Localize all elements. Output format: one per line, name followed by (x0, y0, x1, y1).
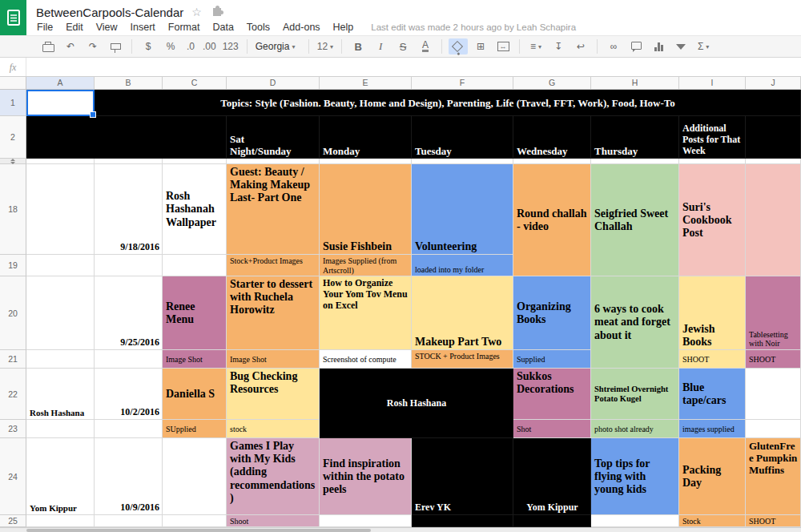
cell-E2[interactable]: Monday (320, 116, 412, 159)
sheets-logo[interactable] (0, 0, 26, 35)
cell-E18[interactable]: Susie Fishbein (320, 164, 412, 255)
insert-chart-button[interactable] (649, 38, 668, 54)
cell-I2[interactable]: Additional Posts for That Week (679, 116, 746, 159)
row-header-18[interactable]: 18 (0, 164, 26, 255)
text-color-button[interactable]: A (416, 38, 435, 54)
cell-E20[interactable]: How to Organize Your Yom Tov Menu on Exc… (320, 276, 412, 350)
column-header-H[interactable]: H (591, 77, 679, 89)
cell-I22[interactable]: Blue tape/cars (679, 369, 746, 420)
menu-data[interactable]: Data (206, 22, 239, 33)
cell-D18[interactable]: Guest: Beauty / Making Makeup Last- Part… (227, 164, 320, 255)
row-header-19[interactable]: 19 (0, 255, 26, 276)
cell-B20[interactable]: 9/25/2016 (95, 276, 163, 350)
cell-B18[interactable]: 9/18/2016 (95, 164, 163, 255)
menu-view[interactable]: View (90, 22, 124, 33)
undo-button[interactable]: ↶ (61, 38, 80, 54)
cell-J24[interactable]: GlutenFree Pumpkin Muffins (746, 438, 801, 515)
cell-H24[interactable]: Top tips for flying with young kids (591, 438, 679, 515)
cell-E19[interactable]: Images Supplied (from Artscroll) (320, 255, 412, 276)
cell-H23[interactable]: photo shot already (591, 420, 679, 438)
cell-B25[interactable] (95, 515, 163, 527)
horizontal-align-button[interactable]: ≡▾ (526, 38, 545, 54)
paint-format-button[interactable] (106, 38, 125, 54)
formula-input[interactable] (26, 58, 801, 76)
cell-C19[interactable] (163, 255, 227, 276)
cell-I25[interactable]: Stock (679, 515, 746, 527)
cell-C20[interactable]: Renee Menu (163, 276, 227, 350)
insert-link-button[interactable]: ∞ (604, 38, 623, 54)
cell-C22[interactable]: Daniella S (163, 369, 227, 420)
cell-F20[interactable]: Makeup Part Two (412, 276, 513, 350)
horizontal-scrollbar-thumb[interactable] (26, 529, 371, 532)
cell-H18[interactable]: Seigfried Sweet Challah (591, 164, 679, 276)
cell-D24[interactable]: Games I Play with My Kids (adding recomm… (227, 438, 320, 515)
more-formats-button[interactable]: 123 (221, 38, 240, 54)
cell-J2[interactable] (746, 116, 801, 159)
font-family-select[interactable]: Georgia▾ (254, 38, 302, 54)
insert-comment-button[interactable] (626, 38, 646, 54)
cell-J25[interactable]: SHOOT (746, 515, 801, 527)
cell-J20[interactable]: Tablesetting with Noir (746, 276, 801, 350)
column-header-C[interactable]: C (163, 77, 227, 89)
cell-G24[interactable]: Yom Kippur (513, 438, 591, 515)
decrease-decimal-button[interactable]: .0 (183, 38, 198, 54)
cell-G23[interactable]: Shot (513, 420, 591, 438)
row-header-24[interactable]: 24 (0, 438, 26, 515)
functions-button[interactable]: Σ▾ (694, 38, 713, 54)
cell-J22[interactable] (746, 369, 801, 420)
redo-button[interactable]: ↷ (83, 38, 103, 54)
menu-addons[interactable]: Add-ons (276, 22, 327, 33)
menu-help[interactable]: Help (327, 22, 360, 33)
cell-G25[interactable] (513, 515, 591, 527)
cell-G21[interactable]: Supplied (513, 350, 591, 369)
fill-color-button[interactable] (449, 38, 468, 54)
cell-J21[interactable]: SHOOT (746, 350, 801, 369)
cell-F19[interactable]: loaded into my folder (412, 255, 513, 276)
font-size-select[interactable]: 12▾ (316, 38, 335, 54)
column-header-B[interactable]: B (95, 77, 163, 89)
cell-B24[interactable]: 10/9/2016 (95, 438, 163, 515)
cell-A19[interactable] (26, 255, 95, 276)
cell-D19[interactable]: Stock+Product Images (227, 255, 320, 276)
text-wrap-button[interactable]: ↩ (571, 38, 590, 54)
row-header-23[interactable]: 23 (0, 420, 26, 438)
cell-I21[interactable]: SHOOT (679, 350, 746, 369)
row-header-20[interactable]: 20 (0, 276, 26, 350)
cell-A22[interactable]: Rosh Hashana (26, 369, 95, 420)
cell-D23[interactable]: stock (227, 420, 320, 438)
row-header-2[interactable]: 2 (0, 116, 26, 159)
row-header-25[interactable]: 25 (0, 515, 26, 527)
cell-I23[interactable]: images supplied (679, 420, 746, 438)
column-header-A[interactable]: A (26, 77, 95, 89)
cell-D21[interactable]: Image Shot (227, 350, 320, 369)
cell-B23[interactable] (95, 420, 163, 438)
menu-file[interactable]: File (30, 22, 59, 33)
cell-D2[interactable]: Sat Night/Sunday (227, 116, 320, 159)
column-header-G[interactable]: G (513, 77, 591, 89)
menu-edit[interactable]: Edit (59, 22, 90, 33)
percent-format-button[interactable]: % (161, 38, 180, 54)
cell-G2[interactable]: Wednesday (513, 116, 591, 159)
cell-B1[interactable]: Topics: Style (Fashion. Beauty, Home and… (95, 90, 801, 116)
hidden-rows-indicator[interactable] (0, 159, 26, 164)
cell-I20[interactable]: Jewish Books (679, 276, 746, 350)
cell-A23[interactable] (26, 420, 95, 438)
cell-G18[interactable]: Round challah - video (513, 164, 591, 276)
cell-A18[interactable] (26, 164, 95, 255)
column-header-F[interactable]: F (412, 77, 513, 89)
menu-insert[interactable]: Insert (124, 22, 162, 33)
cell-C23[interactable]: SUpplied (163, 420, 227, 438)
row-header-21[interactable]: 21 (0, 350, 26, 369)
increase-decimal-button[interactable]: .00 (201, 38, 218, 54)
cell-I24[interactable]: Packing Day (679, 438, 746, 515)
cell-E25[interactable] (320, 515, 412, 527)
row-header-22[interactable]: 22 (0, 369, 26, 420)
cell-F2[interactable]: Tuesday (412, 116, 513, 159)
select-all-corner[interactable] (0, 77, 26, 90)
cell-D25[interactable]: Shoot (227, 515, 320, 527)
filter-button[interactable] (671, 38, 690, 54)
document-title[interactable]: BetweenCarpools-Calendar (36, 6, 183, 19)
cell-E24[interactable]: Find inspiration within the potato peels (320, 438, 412, 515)
column-header-J[interactable]: J (746, 77, 801, 89)
cell-H2[interactable]: Thursday (591, 116, 679, 159)
